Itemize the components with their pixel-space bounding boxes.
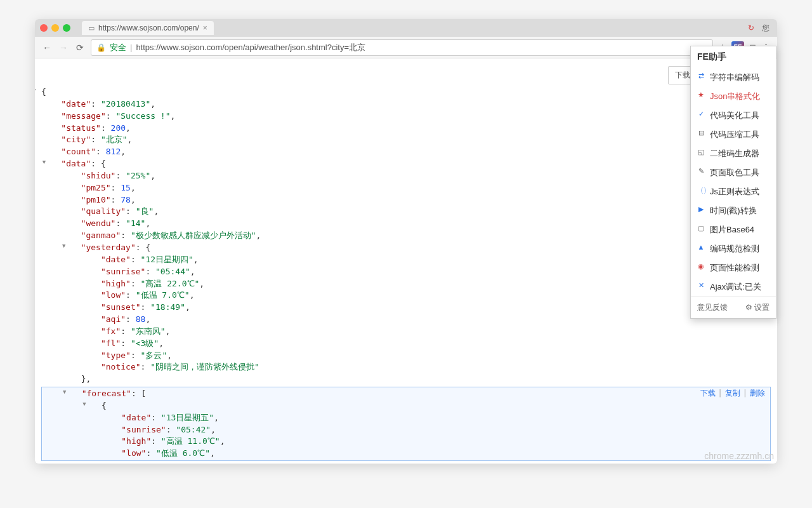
hover-copy[interactable]: 复制	[725, 389, 740, 398]
popup-item-label: 页面性能检测	[710, 263, 759, 272]
hover-actions: 下载|复制|删除	[700, 388, 765, 399]
popup-item-icon: ✓	[697, 110, 705, 118]
collapse-icon[interactable]: ▼	[82, 400, 86, 408]
tab-close-icon[interactable]: ×	[203, 23, 207, 32]
popup-item-icon: ⊟	[697, 129, 705, 137]
popup-item-icon: 〈〉	[697, 186, 705, 196]
popup-item-label: 页面取色工具	[710, 168, 759, 177]
popup-item-label: Ajax调试:已关	[710, 282, 761, 291]
page-icon: ▭	[88, 24, 95, 32]
hover-delete[interactable]: 删除	[750, 389, 765, 398]
collapse-icon[interactable]: ▼	[43, 158, 46, 166]
close-window-button[interactable]	[40, 24, 48, 32]
popup-item[interactable]: ✓代码美化工具	[691, 106, 776, 125]
json-hover-row[interactable]: 下载|复制|删除 ▼ forecast: [ ▼ { date: 13日星期五,…	[41, 387, 771, 461]
tab-title: https://www.sojson.com/open/	[98, 23, 199, 32]
popup-item[interactable]: ✕Ajax调试:已关	[691, 277, 776, 297]
address-bar: ← → ⟳ 🔒 安全 | https://www.sojson.com/open…	[35, 37, 777, 58]
feedback-link[interactable]: 意见反馈	[697, 302, 728, 313]
popup-item[interactable]: ⊟代码压缩工具	[691, 125, 776, 144]
maximize-window-button[interactable]	[63, 24, 70, 32]
tab-bar: ▭ https://www.sojson.com/open/ × ↻ 您	[35, 19, 777, 37]
collapse-icon[interactable]: ▼	[35, 86, 36, 95]
popup-item[interactable]: ▢图片Base64	[691, 220, 776, 239]
popup-item[interactable]: ◱二维码生成器	[691, 144, 776, 163]
lock-icon: 🔒	[96, 43, 106, 52]
popup-item-label: 代码压缩工具	[710, 130, 759, 139]
popup-item[interactable]: ★Json串格式化	[691, 87, 776, 106]
popup-item-label: 图片Base64	[710, 225, 754, 234]
fe-helper-popup: FE助手 ⇄字符串编解码★Json串格式化✓代码美化工具⊟代码压缩工具◱二维码生…	[690, 46, 776, 319]
popup-item[interactable]: ▲编码规范检测	[691, 239, 776, 258]
hover-download[interactable]: 下载	[700, 389, 716, 398]
settings-link[interactable]: ⚙ 设置	[745, 302, 769, 313]
url-text: https://www.sojson.com/open/api/weather/…	[136, 42, 365, 53]
popup-item[interactable]: 〈〉Js正则表达式	[691, 182, 776, 201]
browser-tab[interactable]: ▭ https://www.sojson.com/open/ ×	[82, 21, 214, 35]
back-button[interactable]: ←	[41, 42, 53, 53]
popup-item-icon: ✎	[697, 167, 705, 175]
popup-item-label: 二维码生成器	[710, 149, 759, 158]
browser-window: ▭ https://www.sojson.com/open/ × ↻ 您 ← →…	[35, 19, 777, 464]
popup-item-icon: ⇄	[697, 72, 705, 80]
popup-item-icon: ▶	[697, 205, 705, 213]
popup-item-icon: ◱	[697, 148, 705, 156]
footer-watermark: chrome.zzzmh.cn	[704, 451, 774, 461]
forward-button[interactable]: →	[58, 42, 69, 53]
collapse-icon[interactable]: ▼	[63, 388, 66, 396]
popup-item-label: Json串格式化	[710, 91, 760, 101]
popup-item-icon: ▲	[697, 243, 705, 251]
popup-item[interactable]: ✎页面取色工具	[691, 163, 776, 182]
page-content: 下载JSON数据 所有 ▼{ date: 20180413, message: …	[35, 58, 777, 464]
popup-item[interactable]: ◉页面性能检测	[691, 258, 776, 277]
minimize-window-button[interactable]	[51, 24, 59, 32]
popup-item-icon: ◉	[697, 262, 705, 271]
secure-label: 安全	[110, 42, 126, 53]
popup-item-icon: ✕	[697, 281, 705, 290]
popup-item-icon: ★	[697, 91, 705, 99]
user-text: 您	[762, 23, 769, 34]
url-input[interactable]: 🔒 安全 | https://www.sojson.com/open/api/w…	[91, 39, 713, 56]
gear-icon: ⚙	[745, 303, 752, 312]
popup-item-label: 编码规范检测	[710, 244, 759, 253]
json-viewer: ▼{ date: 20180413, message: Success !, s…	[41, 86, 771, 462]
popup-menu: ⇄字符串编解码★Json串格式化✓代码美化工具⊟代码压缩工具◱二维码生成器✎页面…	[691, 68, 776, 297]
popup-item-label: Js正则表达式	[710, 187, 759, 196]
popup-footer: 意见反馈 ⚙ 设置	[691, 297, 776, 318]
reload-button[interactable]: ⟳	[74, 42, 86, 53]
popup-item-label: 代码美化工具	[710, 110, 759, 120]
collapse-icon[interactable]: ▼	[62, 242, 65, 250]
popup-title: FE助手	[691, 46, 776, 68]
popup-item-label: 时间(戳)转换	[710, 206, 757, 215]
popup-item[interactable]: ⇄字符串编解码	[691, 68, 776, 87]
popup-item[interactable]: ▶时间(戳)转换	[691, 201, 776, 220]
sync-icon[interactable]: ↻	[748, 23, 754, 32]
popup-item-icon: ▢	[697, 224, 705, 232]
popup-item-label: 字符串编解码	[710, 72, 759, 82]
